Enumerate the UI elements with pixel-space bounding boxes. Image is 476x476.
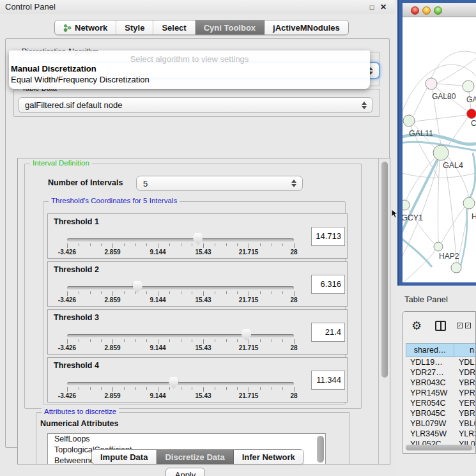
top-tab-bar: NetworkStyleSelectCyni ToolboxjActiveMNo… (54, 20, 349, 35)
table-row[interactable]: YLR345WYLR3 (406, 429, 476, 439)
threshold-value-field[interactable]: 11.344 (311, 371, 345, 390)
tab-infer-network[interactable]: Infer Network (234, 450, 303, 464)
slider-tick (124, 339, 125, 342)
dropdown-item[interactable]: Equal Width/Frequency Discretization (11, 75, 150, 84)
dropdown-item[interactable]: Manual Discretization (11, 64, 96, 73)
tab-discretize-data[interactable]: Discretize Data (157, 450, 233, 464)
table-row[interactable]: YBR043CYBR0 (406, 378, 476, 388)
network-node[interactable] (467, 109, 476, 119)
network-node[interactable] (433, 145, 449, 160)
tab-cyni-toolbox[interactable]: Cyni Toolbox (196, 20, 265, 35)
slider-thumb[interactable] (193, 233, 203, 245)
table-row[interactable]: YBR045CYBR0 (406, 408, 476, 418)
node-table: shared…n… YDL19…YDL1YDR27…YDR2YBR043CYBR… (406, 343, 476, 449)
divider (378, 158, 379, 464)
threshold-value-field[interactable]: 21.4 (311, 323, 345, 342)
slider-track[interactable] (67, 238, 294, 242)
slider-tick (249, 243, 249, 248)
network-edge[interactable] (437, 84, 463, 86)
scrollbar-thumb[interactable] (406, 445, 472, 450)
network-node[interactable] (434, 242, 443, 251)
network-edge-highlighted[interactable] (470, 153, 475, 198)
network-edge[interactable] (438, 160, 440, 242)
network-edge-highlighted[interactable] (403, 238, 432, 267)
apply-button[interactable]: Apply (165, 468, 205, 476)
network-node[interactable] (403, 115, 415, 127)
slider-tick (146, 387, 147, 390)
dropdown-prompt-item[interactable]: Select algorithm to view settings (9, 54, 370, 64)
tab-network[interactable]: Network (55, 20, 116, 35)
checkbox-icon[interactable]: ✓ (465, 323, 471, 328)
settings-scrollbar[interactable] (381, 162, 388, 378)
table-row[interactable]: YPR145WYPR1 (406, 388, 476, 398)
float-window-icon[interactable]: □ (367, 3, 376, 12)
network-node[interactable] (463, 81, 474, 92)
slider-track[interactable] (67, 334, 294, 337)
network-edge[interactable] (413, 88, 427, 116)
num-intervals-value: 5 (143, 179, 148, 188)
gear-icon[interactable]: ⚙ (411, 320, 422, 332)
slider-tick (249, 339, 249, 344)
network-icon (63, 24, 72, 32)
threshold-value-field[interactable]: 14.713 (311, 227, 345, 246)
table-body: YDL19…YDL1YDR27…YDR2YBR043CYBR0YPR145WYP… (406, 357, 476, 449)
tab-style[interactable]: Style (116, 20, 153, 35)
network-node[interactable] (451, 263, 461, 273)
network-edge-highlighted[interactable] (459, 209, 467, 273)
slider-tick (272, 387, 272, 390)
node-label: GAL11 (409, 129, 433, 138)
slider-tick (112, 243, 113, 248)
tab-jactivemnodules[interactable]: jActiveMNodules (265, 20, 348, 35)
table-row[interactable]: YBL079WYBL0 (406, 418, 476, 429)
checkbox-icon[interactable]: ✓ (457, 323, 463, 328)
slider-tick (101, 291, 102, 294)
num-intervals-combobox[interactable]: 5 (136, 176, 303, 191)
network-edge[interactable] (445, 160, 456, 262)
slider-track[interactable] (67, 382, 294, 385)
slider-thumb[interactable] (169, 377, 178, 389)
network-node[interactable] (463, 197, 475, 209)
threshold-value-field[interactable]: 6.316 (311, 275, 345, 294)
combo-stepper-icon (362, 102, 367, 109)
network-edge[interactable] (441, 207, 464, 243)
network-canvas[interactable]: GAL80GACGAL11GAL4GCY1HHAP2 (403, 17, 476, 282)
tab-select[interactable]: Select (153, 20, 195, 35)
table-row[interactable]: YDR27…YDR2 (406, 367, 476, 378)
network-node[interactable] (426, 78, 437, 89)
close-icon[interactable]: ✕ (379, 3, 388, 12)
minimize-traffic-light-icon[interactable] (422, 6, 431, 15)
zoom-traffic-light-icon[interactable] (434, 6, 442, 15)
network-window-titlebar[interactable] (403, 3, 476, 17)
threshold-panel: Threshold 1-3.4262.8599.14415.4321.71528… (47, 213, 348, 259)
tab-impute-data[interactable]: Impute Data (92, 450, 157, 464)
table-data-combobox[interactable]: galFiltered.sif default node (18, 97, 373, 113)
slider-tick (203, 339, 204, 344)
mouse-cursor (391, 210, 399, 219)
network-graph: GAL80GACGAL11GAL4GCY1HHAP2 (403, 17, 476, 282)
slider-tick (169, 339, 170, 342)
network-edge[interactable] (403, 250, 435, 282)
list-item[interactable]: SelfLoops (48, 434, 325, 445)
slider-tick (282, 339, 283, 342)
slider-tick (192, 291, 192, 294)
slider-track[interactable] (67, 286, 294, 289)
slider-tick (282, 291, 283, 294)
slider-tick (158, 339, 158, 344)
close-traffic-light-icon[interactable] (411, 6, 419, 15)
table-row[interactable]: YER054CYER0 (406, 398, 476, 408)
table-horizontal-scrollbar[interactable] (406, 445, 475, 450)
table-row[interactable]: YDL19…YDL1 (406, 357, 476, 367)
network-node[interactable] (403, 200, 410, 210)
slider-thumb[interactable] (133, 281, 142, 293)
axis-tick-label: 21.715 (239, 392, 259, 399)
attributes-list-scrollbar[interactable] (317, 436, 324, 463)
slider-thumb[interactable] (242, 329, 251, 341)
network-edge[interactable] (437, 57, 476, 83)
tab-label: Cyni Toolbox (204, 23, 256, 33)
column-header[interactable]: n… (454, 343, 476, 357)
slider-tick (237, 339, 238, 342)
column-header[interactable]: shared… (406, 343, 454, 357)
network-edge[interactable] (415, 115, 466, 121)
slider-tick (90, 387, 91, 390)
split-view-icon[interactable] (435, 321, 446, 331)
